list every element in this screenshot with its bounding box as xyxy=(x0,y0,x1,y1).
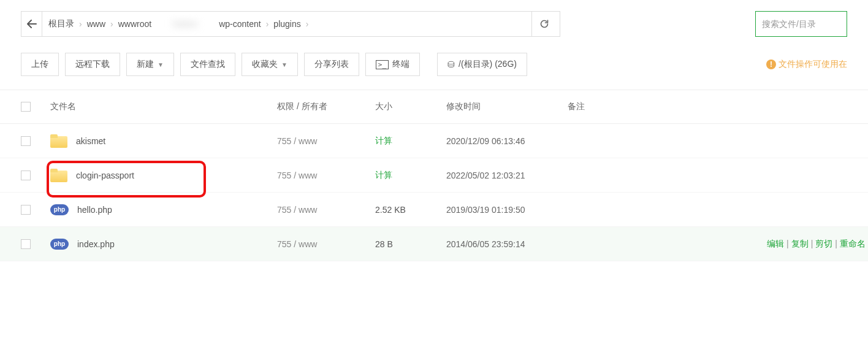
file-name: hello.php xyxy=(77,205,112,215)
cut-action[interactable]: 剪切 xyxy=(815,239,832,250)
file-name: clogin-passport xyxy=(76,171,134,180)
file-mtime: 2019/03/19 01:19:50 xyxy=(446,205,568,215)
disk-usage-button[interactable]: ⛁/(根目录) (26G) xyxy=(437,53,527,76)
file-size: 2.52 KB xyxy=(375,205,446,215)
col-size: 大小 xyxy=(375,101,446,112)
refresh-button[interactable] xyxy=(531,12,556,36)
row-actions: 编辑|复制|剪切|重命名 xyxy=(767,239,868,250)
file-name: akismet xyxy=(76,136,105,146)
toolbar: 上传 远程下载 新建▼ 文件查找 收藏夹▼ 分享列表 >_终端 ⛁/(根目录) … xyxy=(0,37,868,76)
separator: | xyxy=(810,239,815,250)
table-header: 文件名 权限 / 所有者 大小 修改时间 备注 xyxy=(0,90,868,124)
breadcrumb-bar: 根目录 › www › wwwroot hidden wp-content › … xyxy=(21,11,560,37)
file-mtime: 2022/05/02 12:03:21 xyxy=(446,171,568,180)
breadcrumb-list: 根目录 › www › wwwroot hidden wp-content › … xyxy=(42,18,531,29)
file-name-cell[interactable]: akismet xyxy=(50,134,277,148)
crumb-item[interactable]: www xyxy=(87,19,105,29)
chevron-down-icon: ▼ xyxy=(281,61,287,68)
separator: | xyxy=(785,239,790,250)
chevron-right-icon: › xyxy=(305,19,310,29)
arrow-left-icon xyxy=(27,20,37,28)
chevron-right-icon: › xyxy=(78,19,83,29)
share-list-button[interactable]: 分享列表 xyxy=(304,53,359,76)
php-file-icon: php xyxy=(50,204,69,215)
chevron-right-icon: › xyxy=(265,19,270,29)
file-name: index.php xyxy=(77,239,115,249)
crumb-root[interactable]: 根目录 xyxy=(48,18,74,29)
size-calc-link[interactable]: 计算 xyxy=(375,170,446,181)
separator: | xyxy=(834,239,839,250)
select-all-checkbox[interactable] xyxy=(21,102,31,112)
upload-button[interactable]: 上传 xyxy=(21,53,59,76)
refresh-icon xyxy=(539,19,549,29)
table-row: phpindex.php755 / www28 B2014/06/05 23:5… xyxy=(0,227,868,261)
file-size: 28 B xyxy=(375,239,446,249)
col-perm: 权限 / 所有者 xyxy=(277,101,375,112)
row-checkbox[interactable] xyxy=(21,136,31,146)
edit-action[interactable]: 编辑 xyxy=(767,239,784,250)
crumb-item[interactable]: wwwroot xyxy=(118,19,151,29)
row-checkbox[interactable] xyxy=(21,239,31,249)
table-row: phphello.php755 / www2.52 KB2019/03/19 0… xyxy=(0,193,868,227)
col-name: 文件名 xyxy=(50,101,277,112)
file-perm[interactable]: 755 / www xyxy=(277,205,375,215)
crumb-item[interactable]: wp-content xyxy=(219,19,261,29)
file-perm[interactable]: 755 / www xyxy=(277,136,375,146)
col-mtime: 修改时间 xyxy=(446,101,568,112)
favorites-button[interactable]: 收藏夹▼ xyxy=(242,53,298,76)
file-perm[interactable]: 755 / www xyxy=(277,171,375,180)
file-table: 文件名 权限 / 所有者 大小 修改时间 备注 akismet755 / www… xyxy=(0,90,868,261)
folder-icon xyxy=(50,134,67,148)
folder-icon xyxy=(50,169,67,182)
size-calc-link[interactable]: 计算 xyxy=(375,136,446,147)
file-name-cell[interactable]: phpindex.php xyxy=(50,239,277,250)
file-search-button[interactable]: 文件查找 xyxy=(180,53,235,76)
table-row: akismet755 / www计算2020/12/09 06:13:46 xyxy=(0,124,868,158)
new-button[interactable]: 新建▼ xyxy=(126,53,174,76)
file-mtime: 2014/06/05 23:59:14 xyxy=(446,239,568,249)
file-mtime: 2020/12/09 06:13:46 xyxy=(446,136,568,146)
chevron-down-icon: ▼ xyxy=(158,61,164,68)
back-button[interactable] xyxy=(21,12,42,36)
file-perm[interactable]: 755 / www xyxy=(277,239,375,249)
rename-action[interactable]: 重命名 xyxy=(840,239,866,250)
file-name-cell[interactable]: phphello.php xyxy=(50,204,277,215)
chevron-right-icon: › xyxy=(109,19,115,29)
crumb-item[interactable]: plugins xyxy=(273,19,300,29)
row-checkbox[interactable] xyxy=(21,171,31,180)
copy-action[interactable]: 复制 xyxy=(791,239,809,250)
row-checkbox[interactable] xyxy=(21,205,31,215)
table-row: clogin-passport755 / www计算2022/05/02 12:… xyxy=(0,158,868,193)
search-input[interactable] xyxy=(755,11,847,37)
file-operation-tip: ! 文件操作可使用在 xyxy=(766,59,847,70)
disk-icon: ⛁ xyxy=(447,60,455,69)
remote-download-button[interactable]: 远程下载 xyxy=(65,53,120,76)
info-icon: ! xyxy=(766,60,776,69)
file-name-cell[interactable]: clogin-passport xyxy=(50,169,277,182)
terminal-icon: >_ xyxy=(376,60,389,69)
crumb-item-redacted: hidden xyxy=(155,19,215,29)
php-file-icon: php xyxy=(50,239,69,250)
col-note: 备注 xyxy=(568,101,727,112)
terminal-button[interactable]: >_终端 xyxy=(365,53,420,76)
